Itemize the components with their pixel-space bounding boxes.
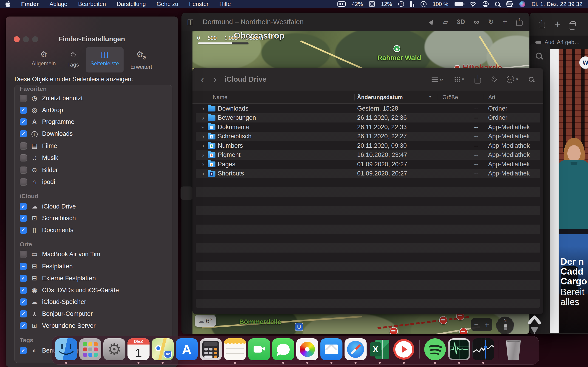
prefs-item-downloads[interactable]: ✓ ↓ Downloads (20, 130, 169, 138)
checkbox-checked[interactable]: ✓ (20, 118, 27, 125)
zoom-in-button[interactable]: + (485, 320, 489, 329)
prefs-item-documents[interactable]: ✓ ▯ Documents (20, 226, 169, 234)
tab-seitenleiste[interactable]: ◫ Seitenleiste (86, 47, 124, 73)
disclosure-icon[interactable]: › (201, 133, 206, 140)
siri-icon[interactable] (519, 1, 525, 7)
play-status-icon[interactable] (421, 1, 426, 7)
prefs-item-musik[interactable]: ♫ Musik (20, 154, 169, 162)
prefs-item-verbundene-server[interactable]: ✓ ⊞ Verbundene Server (20, 322, 169, 330)
tab-overview-icon[interactable] (570, 21, 576, 27)
search-icon[interactable] (536, 52, 542, 58)
checkbox-unchecked[interactable] (20, 95, 27, 102)
prefs-item-cds-dvds[interactable]: ✓ ◉ CDs, DVDs und iOS-Geräte (20, 286, 169, 294)
checkbox-unchecked[interactable] (20, 178, 27, 186)
share-icon[interactable] (539, 20, 545, 28)
prefs-item-externe-festplatten[interactable]: ✓ ⊟ Externe Festplatten (20, 274, 169, 282)
compass[interactable]: N (496, 317, 514, 334)
park-pin-icon[interactable]: ♣ (393, 45, 400, 52)
finder-toolbar[interactable]: ‹ › iCloud Drive ▴▾ ▾ ···▾ (192, 68, 543, 91)
file-row[interactable]: › Schreibtisch26.11.2020, 22:27 --App-Me… (196, 132, 540, 141)
vw-caddy-ad[interactable]: Der n Cadd Cargo Bereit alles (559, 49, 588, 333)
forward-icon[interactable]: › (213, 74, 217, 85)
road-closed-icon[interactable] (439, 316, 447, 324)
prefs-item-programme[interactable]: ✓ A Programme (20, 118, 169, 126)
prefs-item-festplatten[interactable]: − ⊟ Festplatten (20, 262, 169, 270)
file-row[interactable]: › Bewerbungen26.11.2020, 22:36 --Ordner (196, 113, 540, 123)
apple-menu-icon[interactable] (6, 1, 10, 7)
checkbox-unchecked[interactable] (20, 251, 27, 258)
prefs-item-icloud-speicher[interactable]: ✓ ☁ iCloud-Speicher (20, 298, 169, 306)
prefs-item-icloud-drive[interactable]: ✓ ☁ iCloud Drive (20, 202, 169, 211)
column-kind[interactable]: Art (488, 94, 495, 100)
column-size[interactable]: Größe (442, 94, 458, 100)
tab-tags[interactable]: Tags (63, 47, 84, 73)
file-row[interactable]: › DownloadsGestern, 15:28 --Ordner (196, 104, 540, 113)
checkbox-unchecked[interactable] (20, 142, 27, 150)
dock-item-system-preferences[interactable]: ⚙ (103, 338, 125, 364)
battery-icon[interactable] (455, 2, 463, 6)
menu-hilfe[interactable]: Hilfe (219, 1, 231, 7)
disclosure-icon[interactable]: › (201, 161, 206, 168)
maps-titlebar[interactable]: ◫ Dortmund – Nordrhein-Westfalen ▱ 3D ∞ … (182, 13, 529, 31)
checkbox-unchecked[interactable] (20, 154, 27, 161)
dock-item-stocks[interactable] (472, 338, 494, 364)
menu-ablage[interactable]: Ablage (49, 1, 67, 7)
dock-item-messages[interactable] (272, 338, 294, 364)
column-name[interactable]: Name (213, 94, 227, 100)
dock-item-mail[interactable] (320, 338, 342, 364)
maps-3d-button[interactable]: 3D (457, 18, 465, 25)
menu-darstellung[interactable]: Darstellung (117, 1, 146, 7)
file-row[interactable]: › Dokumente26.11.2020, 22:33 --App-Media… (196, 123, 540, 132)
menu-bar-clock[interactable]: Di. 1. Dez. 22 39 32 (531, 1, 582, 7)
dock-item-spotify[interactable] (424, 338, 446, 364)
group-view-icon[interactable]: ▾ (454, 76, 464, 82)
search-icon[interactable] (529, 77, 534, 82)
user-account-icon[interactable] (483, 1, 489, 7)
back-icon[interactable]: ‹ (201, 74, 204, 85)
dock-item-notes[interactable] (224, 338, 246, 364)
zoom-out-button[interactable]: − (474, 320, 479, 329)
list-header[interactable]: Name Änderungsdatum ▾ Größe Art (192, 91, 543, 104)
checkbox-checked[interactable]: ✓ (20, 287, 27, 294)
checkbox-mixed[interactable]: − (20, 263, 27, 270)
road-closed-icon[interactable] (389, 327, 398, 334)
scroll-up-indicator[interactable] (527, 313, 542, 335)
current-location-icon[interactable] (428, 18, 435, 25)
road-closed-icon[interactable] (459, 328, 468, 334)
dock-item-finder[interactable] (55, 338, 77, 364)
prefs-item-macbook[interactable]: ▭ MacBook Air von Tim (20, 250, 169, 258)
dock-item-facetime[interactable] (248, 338, 270, 364)
menu-gehe-zu[interactable]: Gehe zu (157, 1, 179, 7)
dock-item-calendar[interactable]: DEZ 1 (128, 338, 149, 364)
disclosure-icon[interactable]: › (201, 105, 206, 112)
status-meter-icon[interactable] (337, 1, 346, 7)
checkbox-checked[interactable]: ✓ (20, 310, 27, 317)
sidebar-toggle-icon[interactable]: ◫ (187, 17, 194, 26)
checkbox-checked[interactable]: ✓ (20, 227, 27, 234)
spotlight-search-icon[interactable] (495, 2, 500, 6)
info-icon[interactable]: i (398, 1, 404, 7)
dock-item-maps[interactable]: 280 (152, 338, 174, 364)
prefs-item-filme[interactable]: ▤ Filme (20, 142, 169, 150)
directions-icon[interactable]: ↻ (488, 18, 494, 26)
checkbox-checked[interactable]: ✓ (20, 298, 27, 306)
file-row[interactable]: › Pigment16.10.2020, 23:47 --App-Mediath… (196, 150, 540, 160)
map-mode-icon[interactable]: ▱ (443, 18, 448, 26)
column-date[interactable]: Änderungsdatum (357, 94, 403, 100)
ubahn-station-icon[interactable]: U (295, 323, 303, 331)
list-view-icon[interactable]: ▴▾ (432, 77, 443, 82)
tab-erweitert[interactable]: ⚙⚙ Erweitert (126, 47, 157, 73)
share-icon[interactable] (475, 75, 481, 83)
disclosure-icon[interactable]: › (201, 170, 206, 177)
bars-status-icon[interactable] (410, 1, 414, 7)
menu-bearbeiten[interactable]: Bearbeiten (78, 1, 106, 7)
dock-item-launchpad[interactable] (79, 338, 101, 364)
menu-fenster[interactable]: Fenster (189, 1, 208, 7)
look-around-icon[interactable]: ∞ (474, 17, 479, 26)
zoom-control[interactable]: − + (471, 318, 492, 331)
wifi-icon[interactable] (469, 1, 476, 7)
disclosure-icon[interactable]: › (201, 151, 206, 159)
menu-finder[interactable]: Finder (21, 1, 39, 7)
prefs-item-ipodi[interactable]: ⌂ ipodi (20, 178, 169, 186)
safari-tab-title[interactable]: Audi A4 geb… (545, 39, 580, 45)
